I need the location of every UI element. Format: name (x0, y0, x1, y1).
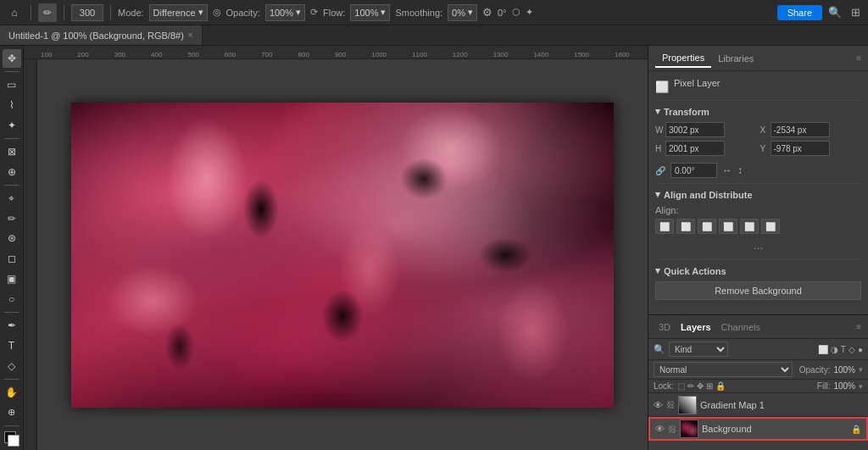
document-tab[interactable]: Untitled-1 @ 100% (Background, RGB/8#) × (0, 25, 203, 45)
width-field: W (655, 122, 757, 137)
brush-size-input[interactable]: 300 (71, 4, 103, 21)
layer-type-icon[interactable]: T (841, 345, 846, 354)
remove-background-button[interactable]: Remove Background (655, 281, 861, 300)
separator-2 (64, 5, 64, 20)
layer-visibility-background[interactable]: 👁 (655, 424, 665, 434)
ruler-ticks: 100 200 300 400 500 600 700 800 900 1000… (37, 46, 648, 58)
lock-position-icon[interactable]: ✥ (697, 381, 704, 391)
lock-proportions-icon[interactable]: 🔗 (655, 166, 665, 175)
lasso-tool[interactable]: ⌇ (3, 96, 21, 114)
smoothing-dropdown[interactable]: 0% ▾ (448, 4, 477, 21)
settings-icon[interactable]: ⚙ (482, 6, 492, 19)
flow-dropdown[interactable]: 100% ▾ (350, 4, 390, 21)
flip-h-icon[interactable]: ↔ (722, 164, 732, 176)
x-input[interactable] (771, 122, 830, 137)
lock-transparent-icon[interactable]: ⬚ (677, 381, 685, 391)
y-label: Y (760, 144, 769, 153)
layer-item-gradient-map[interactable]: 👁 ⛓ Gradient Map 1 (648, 393, 868, 417)
color-picker[interactable] (4, 431, 19, 447)
view-icon[interactable]: ⊞ (848, 5, 863, 20)
home-icon[interactable]: ⌂ (5, 3, 24, 22)
fill-label: Fill: (817, 381, 831, 391)
spot-heal-tool[interactable]: ⌖ (3, 189, 21, 208)
type-tool[interactable]: T (3, 336, 21, 355)
y-input[interactable] (771, 141, 830, 156)
crop-tool[interactable]: ⊠ (3, 142, 21, 161)
align-left-button[interactable]: ⬜ (655, 219, 674, 234)
tab-libraries[interactable]: Libraries (711, 50, 760, 67)
lock-artboards-icon[interactable]: ⊞ (706, 381, 713, 391)
eyedropper-tool[interactable]: ⊕ (3, 163, 21, 181)
magic-wand-tool[interactable]: ✦ (3, 116, 21, 135)
align-top-button[interactable]: ⬜ (719, 219, 737, 234)
clone-stamp-tool[interactable]: ⊛ (3, 230, 21, 248)
align-bottom-button[interactable]: ⬜ (761, 219, 780, 234)
hand-tool[interactable]: ✋ (3, 383, 21, 402)
ruler-top: 100 200 300 400 500 600 700 800 900 1000… (24, 46, 648, 59)
more-options-button[interactable]: ··· (655, 241, 861, 254)
canvas-image[interactable] (71, 103, 614, 408)
align-center-h-button[interactable]: ⬜ (676, 219, 695, 234)
pixel-layer-row: ⬜ Pixel Layer (655, 78, 861, 95)
tool-separator-2 (4, 138, 19, 139)
align-section-title: ▾ Align and Distribute (655, 189, 861, 200)
rotation-input[interactable] (670, 163, 717, 178)
canvas-scroll-area[interactable] (37, 59, 648, 450)
zoom-tool[interactable]: ⊕ (3, 403, 21, 422)
panel-collapse-button[interactable]: ≡ (856, 53, 861, 63)
flip-v-icon[interactable]: ↕ (737, 164, 743, 176)
align-center-v-button[interactable]: ⬜ (740, 219, 759, 234)
move-tool[interactable]: ✥ (3, 49, 21, 68)
layers-kind-filter[interactable]: Kind (669, 342, 728, 357)
lock-pixels-icon[interactable]: ✏ (687, 381, 694, 391)
layer-adjust-icon[interactable]: ◑ (831, 345, 838, 354)
canvas-area: 100 200 300 400 500 600 700 800 900 1000… (24, 46, 648, 450)
mode-dropdown[interactable]: Difference ▾ (149, 4, 208, 21)
tool-separator-6 (4, 425, 19, 426)
pen-tool[interactable]: ✒ (3, 316, 21, 335)
tab-properties[interactable]: Properties (655, 49, 711, 68)
lock-all-icon[interactable]: 🔒 (715, 381, 726, 391)
layer-item-background[interactable]: 👁 ⛓ Background 🔒 (648, 417, 868, 441)
layer-pixel-icon[interactable]: ⬜ (818, 345, 828, 354)
blend-mode-dropdown[interactable]: Normal (654, 362, 793, 377)
height-input[interactable] (665, 141, 725, 156)
align-buttons: ⬜ ⬜ ⬜ ⬜ ⬜ ⬜ (655, 219, 861, 234)
smoothing-label: Smoothing: (395, 8, 442, 18)
tab-channels[interactable]: Channels (718, 320, 764, 334)
select-rect-tool[interactable]: ▭ (3, 75, 21, 94)
transform-grid: W X H Y (655, 122, 861, 156)
pressure-icon: ⬡ (512, 7, 520, 18)
properties-content: ⬜ Pixel Layer ▾ Transform W X H (648, 71, 868, 314)
opacity-dropdown[interactable]: 100% ▾ (265, 4, 305, 21)
align-right-button[interactable]: ⬜ (698, 219, 716, 234)
ruler-tick: 1200 (453, 51, 468, 58)
canvas-workspace (24, 59, 648, 450)
right-panel: Properties Libraries ≡ ⬜ Pixel Layer ▾ T… (648, 46, 868, 450)
quick-actions-section: Remove Background (655, 281, 861, 300)
tab-close-icon[interactable]: × (188, 31, 193, 40)
align-collapse-icon[interactable]: ▾ (655, 189, 660, 200)
brush-tool[interactable]: ✏ (3, 209, 21, 228)
tab-3d[interactable]: 3D (655, 320, 674, 334)
share-button[interactable]: Share (777, 5, 822, 20)
eraser-tool[interactable]: ◻ (3, 249, 21, 268)
shape-tool[interactable]: ◇ (3, 357, 21, 375)
fill-row: Fill: 100% ▾ (817, 381, 863, 391)
brush-tool-icon[interactable]: ✏ (38, 3, 57, 22)
layer-shape-icon[interactable]: ◇ (849, 345, 855, 354)
mode-label: Mode: (118, 8, 144, 18)
dodge-tool[interactable]: ○ (3, 290, 21, 308)
background-color[interactable] (8, 435, 19, 447)
ruler-tick: 400 (151, 51, 162, 58)
transform-collapse-icon[interactable]: ▾ (655, 106, 660, 117)
layer-visibility-gradient[interactable]: 👁 (654, 400, 663, 410)
layers-collapse-button[interactable]: ≡ (856, 322, 861, 331)
quick-actions-collapse-icon[interactable]: ▾ (655, 265, 660, 276)
search-icon[interactable]: 🔍 (827, 5, 843, 20)
layer-smart-icon[interactable]: ● (858, 345, 863, 354)
tab-layers[interactable]: Layers (677, 320, 714, 334)
ruler-tick: 500 (187, 51, 198, 58)
width-input[interactable] (665, 122, 725, 137)
gradient-tool[interactable]: ▣ (3, 269, 21, 288)
